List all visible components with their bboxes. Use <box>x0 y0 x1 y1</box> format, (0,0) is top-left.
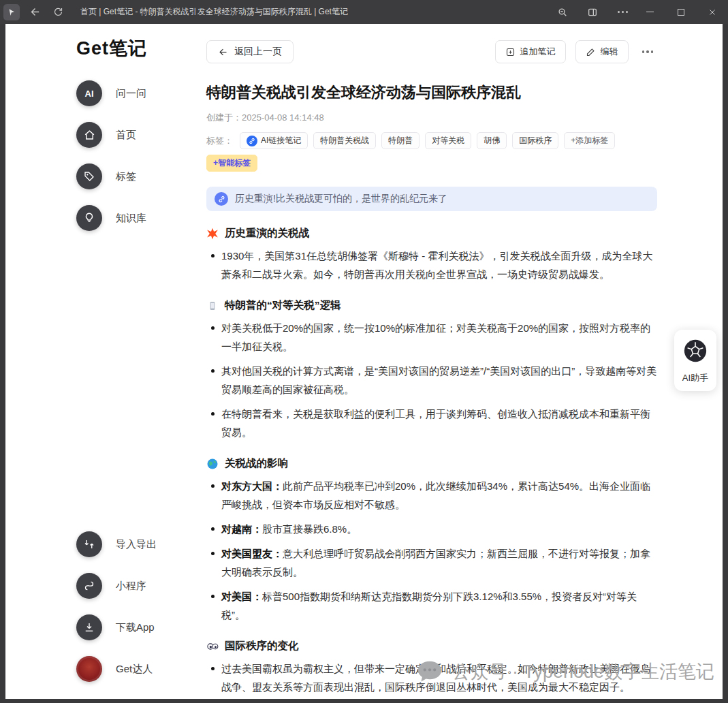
ai-link-icon <box>247 136 257 146</box>
collision-burst-icon <box>206 228 219 240</box>
sidebar-item-mini-program[interactable]: 小程序 <box>76 573 146 599</box>
bullet: 对越南：股市直接暴跌6.8%。 <box>206 520 657 538</box>
tag-pill[interactable]: 国际秩序 <box>512 132 558 149</box>
ai-ball-icon <box>682 338 708 364</box>
note-title: 特朗普关税战引发全球经济动荡与国际秩序混乱 <box>206 82 657 103</box>
bullet: 对东方大国：此前产品平均税率已冲到20%，此次继续加码34%，累计高达54%。出… <box>206 477 657 514</box>
sidebar-item-download-app[interactable]: 下载App <box>76 614 155 640</box>
watermark: 公众号 · Typenode数字生活笔记 <box>416 659 714 684</box>
bullet: 对美国盟友：意大利总理呼吁贸易战会削弱西方国家实力；新西兰屈服，不进行对等报复；… <box>206 544 657 581</box>
created-timestamp: 创建于：2025-04-08 14:14:48 <box>206 112 657 124</box>
back-arrow-icon <box>218 47 228 57</box>
tab-title: 首页 | Get笔记 - 特朗普关税战引发全球经济动荡与国际秩序混乱 | Get… <box>80 6 348 18</box>
tag-pill[interactable]: 特朗普 <box>381 132 420 149</box>
section-tariff-logic: 特朗普的“对等关税”逻辑 对美关税低于20%的国家，统一按10%的标准加征；对美… <box>206 298 657 441</box>
edit-pencil-icon <box>586 47 596 57</box>
tag-icon <box>76 163 102 189</box>
ai-assistant-widget[interactable]: AI助手 <box>674 330 716 391</box>
bullet: 1930年，美国第31任总统胡佛签署《斯穆特 - 霍利关税法》，引发关税战全面升… <box>206 247 657 283</box>
source-link-text: 历史重演!比关税战更可怕的，是世界的乱纪元来了 <box>235 193 447 205</box>
side-panel-icon[interactable] <box>581 0 604 24</box>
sidebar-item-tags[interactable]: 标签 <box>76 163 136 189</box>
tag-pill[interactable]: 胡佛 <box>477 132 507 149</box>
section-history: 历史重演的关税战 1930年，美国第31任总统胡佛签署《斯穆特 - 霍利关税法》… <box>206 226 657 283</box>
close-button[interactable] <box>697 0 728 24</box>
sidebar-item-get-daren[interactable]: Get达人 <box>76 656 153 682</box>
browser-more-icon[interactable] <box>611 0 634 24</box>
section-heading: 国际秩序的变化 <box>206 639 657 653</box>
sidebar-item-knowledge-base[interactable]: 知识库 <box>76 205 146 231</box>
bullet: 对美国：标普500指数期货和纳斯达克指数期货分别下跌3.12%和3.55%，投资… <box>206 587 657 624</box>
smart-tag-button[interactable]: +智能标签 <box>206 155 257 172</box>
eyes-icon <box>206 640 219 653</box>
note-actions: 追加笔记 编辑 <box>495 40 658 63</box>
mobile-phone-icon <box>206 300 219 312</box>
app-window: Get笔记 AI 问一问 首页 标签 知识库 导入 <box>5 24 723 699</box>
globe-icon <box>206 458 219 470</box>
app-logo: Get笔记 <box>76 36 147 61</box>
sidebar-item-home[interactable]: 首页 <box>76 122 136 148</box>
bullet: 对美关税低于20%的国家，统一按10%的标准加征；对美关税高于20%的国家，按照… <box>206 319 657 356</box>
zoom-icon[interactable] <box>551 0 574 24</box>
section-heading: 关税战的影响 <box>206 456 657 471</box>
browser-titlebar: 首页 | Get笔记 - 特朗普关税战引发全球经济动荡与国际秩序混乱 | Get… <box>0 0 728 24</box>
sidebar-item-ask[interactable]: AI 问一问 <box>76 80 146 106</box>
refresh-icon[interactable] <box>46 0 69 24</box>
note-header: 返回上一页 追加笔记 编辑 <box>206 40 657 63</box>
home-icon <box>76 122 102 148</box>
tags-label: 标签： <box>206 135 233 147</box>
sidebar: Get笔记 AI 问一问 首页 标签 知识库 导入 <box>5 24 201 699</box>
ai-ask-icon: AI <box>76 80 102 106</box>
note-detail-page: 返回上一页 追加笔记 编辑 特朗普关税战引发全球经济动荡与国际秩序混乱 创建于：… <box>201 24 723 699</box>
mini-program-icon <box>76 573 102 599</box>
tag-ai-link-note[interactable]: AI链接笔记 <box>240 132 308 149</box>
append-note-icon <box>505 47 516 57</box>
minimize-button[interactable] <box>634 0 665 24</box>
note-more-button[interactable] <box>638 50 658 53</box>
append-note-button[interactable]: 追加笔记 <box>495 40 566 63</box>
ai-assistant-label: AI助手 <box>677 372 714 384</box>
maximize-button[interactable] <box>665 0 697 24</box>
bullet: 其对他国关税的计算方式离谱，是“美国对该国的贸易逆差”/“美国对该国的出口”，导… <box>206 362 657 399</box>
add-tag-button[interactable]: +添加标签 <box>564 132 615 149</box>
browser-back-icon[interactable] <box>23 0 46 24</box>
app-icon <box>3 4 20 20</box>
watermark-text: 公众号 · Typenode数字生活笔记 <box>452 659 714 684</box>
sidebar-item-import-export[interactable]: 导入导出 <box>76 531 157 557</box>
bulb-icon <box>76 205 102 231</box>
bullet: 在特朗普看来，关税是获取利益的便利工具，用于谈判筹码、创造收入抵消减税成本和重新… <box>206 405 657 441</box>
edit-button[interactable]: 编辑 <box>575 40 629 63</box>
source-link-banner[interactable]: 历史重演!比关税战更可怕的，是世界的乱纪元来了 <box>206 187 657 211</box>
section-heading: 特朗普的“对等关税”逻辑 <box>206 298 657 313</box>
link-icon <box>215 192 228 206</box>
speech-bubble-icon <box>416 659 443 684</box>
import-export-icon <box>76 531 102 557</box>
section-heading: 历史重演的关税战 <box>206 226 657 240</box>
back-button[interactable]: 返回上一页 <box>206 40 294 63</box>
download-icon <box>76 614 102 640</box>
tag-pill[interactable]: 对等关税 <box>425 132 471 149</box>
red-seal-icon <box>76 656 102 682</box>
section-impact: 关税战的影响 对东方大国：此前产品平均税率已冲到20%，此次继续加码34%，累计… <box>206 456 657 624</box>
tag-pill[interactable]: 特朗普关税战 <box>313 132 376 149</box>
tags-row: 标签： AI链接笔记 特朗普关税战 特朗普 对等关税 胡佛 国际秩序 +添加标签… <box>206 132 657 172</box>
